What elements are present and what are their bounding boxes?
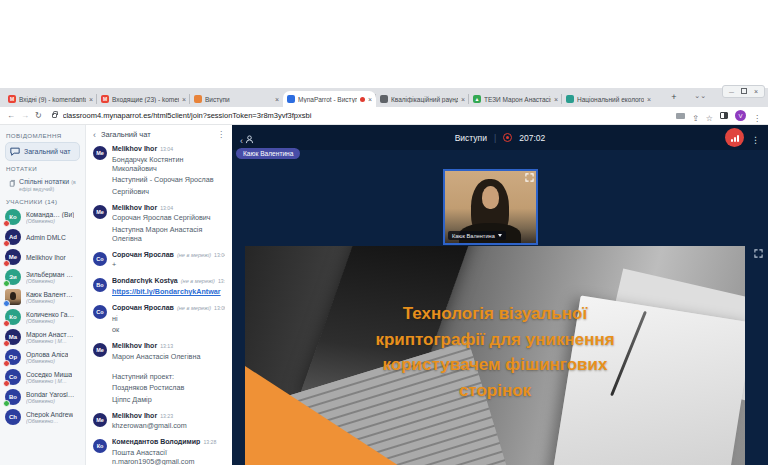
meeting-title: Виступи (455, 133, 487, 143)
message-avatar: Со (93, 252, 107, 266)
participant-row[interactable]: Каюк Валент… (Обмежено) (5, 289, 80, 305)
webcam-name-label[interactable]: Каюк Валентина (448, 231, 506, 240)
message-author: Bondarchyk Kostya (112, 277, 178, 284)
participant-status-badge (3, 260, 10, 267)
participant-row[interactable]: Ор Орлова Аліса (Обмежено) (5, 349, 80, 365)
new-tab-button[interactable] (668, 91, 680, 103)
tab-close-icon[interactable] (182, 96, 186, 103)
message-time: 13:28 (203, 439, 216, 445)
message-line: Ціппс Дамір (112, 395, 225, 404)
participant-subtext: (Обмежено… (26, 418, 73, 424)
browser-tab[interactable]: Кваліфікаційний раунд 2 (376, 91, 469, 107)
sidebar-item-public-chat[interactable]: Загальний чат (5, 142, 80, 161)
browser-tab[interactable]: Національний еколого-н (562, 91, 655, 107)
browser-profile-avatar[interactable]: V (735, 110, 746, 121)
reload-icon[interactable] (35, 112, 42, 120)
participant-subtext: (Обмежено) (26, 278, 73, 284)
participant-subtext: (Обмежено) (26, 318, 74, 324)
sidebar-item-shared-notes[interactable]: Спільні нотатки (в ефірі ведучий) (5, 175, 80, 194)
presentation-fullscreen-icon[interactable] (754, 249, 763, 258)
tab-title: Кваліфікаційний раунд 2 (391, 96, 458, 103)
browser-tab[interactable]: MynaParrot - Виступи (283, 91, 376, 107)
participant-status-badge (3, 380, 10, 387)
participants-header: УЧАСНИКИ (14) (6, 198, 79, 205)
meeting-options-icon[interactable] (751, 129, 760, 147)
participant-row[interactable]: Зи Зильберман … (Обмежено) (5, 269, 80, 285)
message-avatar: Me (93, 205, 107, 219)
participant-name: Соседко Миша (26, 371, 72, 378)
message-avatar: Me (93, 146, 107, 160)
presentation-area: Виступи | 207:02 Каюк Валентина (232, 125, 768, 465)
participant-avatar: Со (5, 369, 21, 385)
message-avatar: Ко (93, 439, 107, 453)
participant-row[interactable]: Ad Admin DMLC (5, 229, 80, 245)
tab-close-icon[interactable] (368, 96, 372, 103)
media-indicator-icon[interactable] (676, 113, 685, 119)
browser-tab[interactable]: M Вхідні (9) - komendantov (4, 91, 97, 107)
message-line: Марон Анастасія Олегівна (112, 352, 225, 361)
participant-row[interactable]: Ch Chepok Andrew (Обмежено… (5, 409, 80, 425)
back-icon[interactable] (7, 112, 15, 120)
webinar-app: ПОВІДОМЛЕННЯ Загальний чат НОТАТКИ Спіль… (0, 125, 768, 465)
message-text: https://bit.ly/BondarchykAntwar (112, 287, 225, 296)
participant-row[interactable]: Me Melikhov Ihor (5, 249, 80, 265)
participant-row[interactable]: Со Соседко Миша (Обмежено | М… (5, 369, 80, 385)
tab-close-icon[interactable] (647, 96, 651, 103)
tab-title: Входящие (23) - komendo (112, 96, 179, 103)
bookmark-star-icon[interactable] (706, 107, 713, 125)
recording-icon[interactable] (503, 133, 512, 142)
presentation-slide[interactable]: Технологія візуальноїкриптографії для ун… (245, 246, 745, 465)
slide-title-line: користувачем фішингових (285, 352, 705, 378)
webcam-fullscreen-icon[interactable] (525, 173, 534, 182)
slide-title-line: сторінок (285, 378, 705, 404)
message-line (112, 363, 225, 369)
chat-panel: Загальний чат Me Melikhov Ihor 13:04 Бон… (85, 125, 232, 465)
browser-tab[interactable]: ▲ ТЕЗИ Марон Анастасія - (469, 91, 562, 107)
participant-status-badge (3, 220, 10, 227)
restore-icon[interactable] (741, 88, 747, 94)
message-text: Сорочан Ярослав СергійовичНаступна Марон… (112, 213, 225, 243)
participant-status-badge (3, 300, 10, 307)
tab-close-icon[interactable] (275, 96, 279, 103)
message-line: Пошта Анастасії n.maron1905@gmail.com (112, 448, 225, 465)
padlock-icon[interactable] (52, 113, 57, 118)
participant-row[interactable]: Ко Команда… (Ви) (Обмежено) (5, 209, 80, 225)
connection-status-button[interactable] (725, 128, 744, 147)
message-line: Наступний проект: (112, 372, 225, 381)
chat-message-list[interactable]: Me Melikhov Ihor 13:04 Бондарчук Костянт… (86, 137, 232, 465)
message-line: ні (112, 314, 225, 323)
tab-close-icon[interactable] (461, 96, 465, 103)
notes-icon (9, 178, 15, 189)
participant-subtext: (Обмежено | М… (26, 378, 72, 384)
tab-favicon-icon: M (8, 95, 16, 103)
browser-tab[interactable]: M Входящие (23) - komendo (97, 91, 190, 107)
message-line: Наступна Марон Анастасія Олегівна (112, 225, 225, 243)
message-line: Сорочан Ярослав Сергійович (112, 213, 225, 222)
tab-search-chevron-icon[interactable]: ⌄ (694, 92, 706, 462)
tab-favicon-icon (566, 95, 574, 103)
chat-message: Me Melikhov Ihor 13:04 Сорочан Ярослав С… (93, 204, 225, 243)
tab-close-icon[interactable] (554, 96, 558, 103)
slide-title: Технологія візуальноїкриптографії для ун… (285, 301, 705, 403)
webcam-tile[interactable]: Каюк Валентина (443, 169, 538, 245)
participant-row[interactable]: Ма Марон Анаст… (Обмежено | М… (5, 329, 80, 345)
tab-close-icon[interactable] (89, 96, 93, 103)
message-link[interactable]: https://bit.ly/BondarchykAntwar (112, 287, 225, 296)
close-icon[interactable] (754, 88, 758, 95)
participant-subtext: (Обмежено) (26, 358, 68, 364)
forward-icon[interactable] (21, 112, 29, 120)
minimize-icon[interactable] (729, 88, 734, 95)
browser-menu-icon[interactable] (753, 107, 761, 125)
address-bar[interactable]: classroom4.mynaparrot.es/html5client/joi… (63, 111, 670, 120)
participant-name: Марон Анаст… (26, 331, 73, 338)
browser-tab[interactable]: Виступи (190, 91, 283, 107)
participant-row[interactable]: Bo Bondar Yarosl… (Обмежено) (5, 389, 80, 405)
message-author: Melikhov Ihor (112, 342, 157, 349)
participant-row[interactable]: Ко Количенко Га… (Обмежено) (5, 309, 80, 325)
participant-subtext: (Обмежено) (26, 218, 74, 224)
message-avatar: Me (93, 413, 107, 427)
message-text: Марон Анастасія ОлегівнаНаступний проект… (112, 352, 225, 404)
side-panel-icon[interactable] (720, 112, 728, 119)
participant-avatar: Ch (5, 409, 21, 425)
chat-bubble-icon (10, 147, 20, 156)
